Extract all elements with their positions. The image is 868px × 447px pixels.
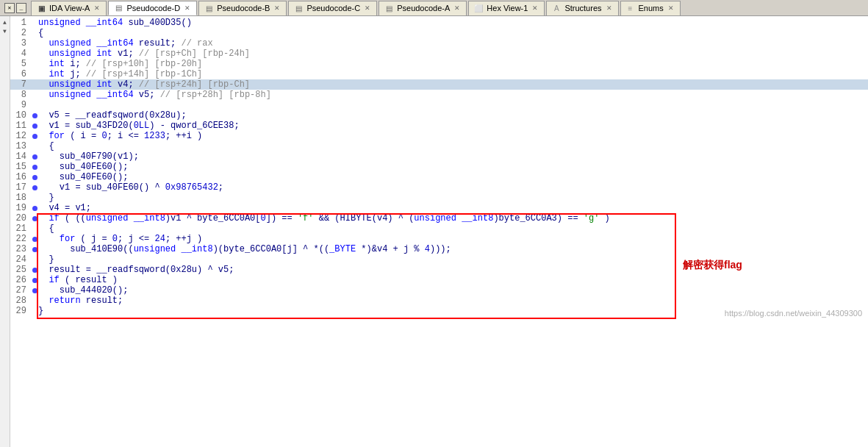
line-number: 28 <box>12 296 31 306</box>
tab-ida-view-a[interactable]: ▣ IDA View-A ✕ <box>31 1 107 15</box>
line-number: 7 <box>12 79 31 90</box>
breakpoint-dot[interactable] <box>31 237 38 242</box>
line-number: 15 <box>12 162 31 172</box>
table-row: 15 sub_40FE60(); <box>10 162 868 172</box>
tab-pseudocode-b[interactable]: ▤ Pseudocode-B ✕ <box>198 1 287 15</box>
line-number: 24 <box>12 254 31 265</box>
code-text: v4 = v1; <box>38 203 867 213</box>
code-text: unsigned int v1; // [rsp+Ch] [rbp-24h] <box>38 49 867 59</box>
tab-hex-view-1[interactable]: ⬜ Hex View-1 ✕ <box>468 1 545 15</box>
code-text: return result; <box>38 296 867 306</box>
code-text: { <box>38 28 867 38</box>
line-number: 12 <box>12 131 31 141</box>
code-text: sub_40FE60(); <box>38 162 867 172</box>
breakpoint-dot[interactable] <box>31 288 38 293</box>
min-btn[interactable]: _ <box>16 3 26 13</box>
scroll-down[interactable]: ▼ <box>1 26 10 35</box>
code-text: for ( i = 0; i <= 1233; ++i ) <box>38 131 867 141</box>
table-row: 9 <box>10 100 868 110</box>
pseudo-c-icon: ▤ <box>293 3 304 13</box>
tab-close-pseudo-c[interactable]: ✕ <box>363 4 372 12</box>
line-number: 14 <box>12 151 31 162</box>
struct-icon: A <box>551 3 562 13</box>
left-gutter: ▲ ▼ <box>0 16 10 447</box>
table-row: 23 sub_410E90((unsigned __int8)(byte_6CC… <box>10 244 868 254</box>
tab-close-struct[interactable]: ✕ <box>605 4 614 12</box>
breakpoint-dot[interactable] <box>31 175 38 180</box>
tab-enums[interactable]: ≡ Enums ✕ <box>620 1 681 15</box>
code-text: } <box>38 193 867 203</box>
table-row: 5 int i; // [rsp+10h] [rbp-20h] <box>10 59 868 69</box>
scroll-up[interactable]: ▲ <box>1 18 10 26</box>
tab-bar: ✕ _ ▣ IDA View-A ✕ ▤ Pseudocode-D ✕ ▤ Ps… <box>0 0 868 16</box>
code-text: int j; // [rsp+14h] [rbp-1Ch] <box>38 69 867 79</box>
breakpoint-dot[interactable] <box>31 268 38 273</box>
table-row: 28 return result; <box>10 296 868 306</box>
breakpoint-dot[interactable] <box>31 154 38 160</box>
tab-structures[interactable]: A Structures ✕ <box>546 1 618 15</box>
line-number: 11 <box>12 121 31 131</box>
annotation-chinese: 解密获得flag <box>683 259 742 272</box>
code-container: 1unsigned __int64 sub_400D35()2{3 unsign… <box>10 16 868 323</box>
pseudo-d-icon: ▤ <box>113 3 123 13</box>
breakpoint-dot[interactable] <box>31 124 38 129</box>
close-btn[interactable]: ✕ <box>4 3 15 13</box>
code-text: unsigned __int64 v5; // [rsp+28h] [rbp-8… <box>38 90 867 100</box>
breakpoint-dot[interactable] <box>31 185 38 190</box>
line-number: 8 <box>12 90 31 100</box>
breakpoint-dot[interactable] <box>31 113 38 118</box>
breakpoint-dot[interactable] <box>31 278 38 283</box>
table-row: 6 int j; // [rsp+14h] [rbp-1Ch] <box>10 69 868 79</box>
window-controls: ✕ _ <box>1 3 29 13</box>
table-row: 4 unsigned int v1; // [rsp+Ch] [rbp-24h] <box>10 49 868 59</box>
tab-close-pseudo-b[interactable]: ✕ <box>273 4 281 12</box>
tab-pseudocode-a[interactable]: ▤ Pseudocode-A ✕ <box>379 1 467 15</box>
pseudo-a-icon: ▤ <box>384 3 394 13</box>
tab-pseudocode-c[interactable]: ▤ Pseudocode-C ✕ <box>288 1 377 15</box>
table-row: 18 } <box>10 193 868 203</box>
code-text: v1 = sub_43FD20(0LL) - qword_6CEE38; <box>38 121 867 131</box>
table-row: 11 v1 = sub_43FD20(0LL) - qword_6CEE38; <box>10 121 868 131</box>
code-text: unsigned int v4; // [rsp+24h] [rbp-Ch] <box>38 79 867 90</box>
breakpoint-dot[interactable] <box>31 165 38 170</box>
line-number: 20 <box>12 213 31 224</box>
table-row: 3 unsigned __int64 result; // rax <box>10 38 868 49</box>
line-number: 16 <box>12 172 31 182</box>
code-text: sub_444020(); <box>38 285 867 296</box>
pseudo-b-icon: ▤ <box>204 3 214 13</box>
code-panel[interactable]: 1unsigned __int64 sub_400D35()2{3 unsign… <box>10 16 868 447</box>
watermark: https://blog.csdn.net/weixin_44309300 <box>725 309 862 318</box>
line-number: 27 <box>12 285 31 296</box>
line-number: 4 <box>12 49 31 59</box>
code-text: sub_40F790(v1); <box>38 151 867 162</box>
line-number: 1 <box>12 18 31 28</box>
table-row: 13 { <box>10 141 868 151</box>
tab-close-hex[interactable]: ✕ <box>531 4 539 12</box>
line-number: 23 <box>12 244 31 254</box>
table-row: 16 sub_40FE60(); <box>10 172 868 182</box>
tab-close-enum[interactable]: ✕ <box>667 4 675 12</box>
tab-close-pseudo-a[interactable]: ✕ <box>453 4 462 12</box>
line-number: 9 <box>12 100 31 110</box>
breakpoint-dot[interactable] <box>31 216 38 221</box>
tab-close-ida[interactable]: ✕ <box>93 4 101 12</box>
line-number: 6 <box>12 69 31 79</box>
line-number: 25 <box>12 265 31 275</box>
table-row: 19 v4 = v1; <box>10 203 868 213</box>
line-number: 29 <box>12 306 31 316</box>
line-number: 18 <box>12 193 31 203</box>
line-number: 26 <box>12 275 31 285</box>
breakpoint-dot[interactable] <box>31 206 38 211</box>
tab-close-pseudo-d[interactable]: ✕ <box>183 4 192 12</box>
code-text: sub_410E90((unsigned __int8)(byte_6CC0A0… <box>38 244 867 254</box>
line-number: 10 <box>12 110 31 121</box>
table-row: 26 if ( result ) <box>10 275 868 285</box>
code-text: { <box>38 224 867 234</box>
breakpoint-dot[interactable] <box>31 247 38 252</box>
line-number: 17 <box>12 182 31 193</box>
tab-pseudocode-d[interactable]: ▤ Pseudocode-D ✕ <box>108 1 197 15</box>
table-row: 20 if ( ((unsigned __int8)v1 ^ byte_6CC0… <box>10 213 868 224</box>
breakpoint-dot[interactable] <box>31 134 38 139</box>
code-text: sub_40FE60(); <box>38 172 867 182</box>
enum-icon: ≡ <box>625 3 636 13</box>
